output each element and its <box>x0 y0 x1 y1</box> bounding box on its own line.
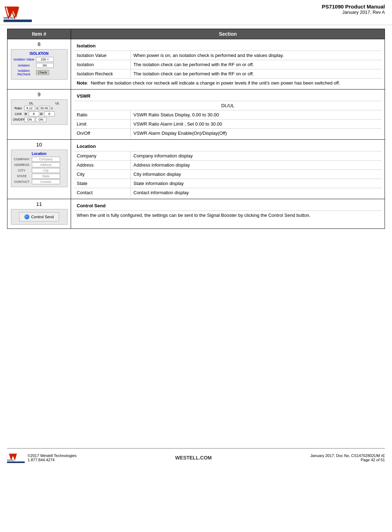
location-inner-table: Location Company Company information dis… <box>74 141 382 197</box>
loc-city-input[interactable]: City <box>32 168 60 173</box>
loc-city-label-cell: City <box>74 170 130 179</box>
item-number-10: 10 <box>10 141 68 148</box>
table-row: 8 ISOLATION Isolation Value 105 + Isolat… <box>7 39 385 89</box>
isolation-panel: ISOLATION Isolation Value 105 + Isolatio… <box>11 49 68 80</box>
item-number-8: 8 <box>10 41 68 47</box>
location-panel-title: Location <box>13 152 65 156</box>
item-9-cell: 9 DL UL Ratio 8.12 :1 30.00 :1 <box>7 89 71 140</box>
footer-page: Page 42 of 51 <box>310 458 385 462</box>
location-panel: Location COMPANY Company ADDRESS Address… <box>11 150 68 187</box>
vswr-onoff-label-cell: On/Off <box>74 129 130 138</box>
loc-state-label: STATE <box>13 174 31 178</box>
check-button[interactable]: Check <box>36 70 49 75</box>
item-8-cell: 8 ISOLATION Isolation Value 105 + Isolat… <box>7 39 71 89</box>
isolation-panel-title: ISOLATION <box>13 52 65 56</box>
vswr-limit-desc-row: Limit VSWR Ratio Alarm Limit , Set 0.00 … <box>74 120 382 129</box>
dlul-row: DL/UL <box>74 101 382 110</box>
vswr-header-row: DL UL <box>13 102 65 105</box>
control-send-icon <box>24 214 29 219</box>
vswr-panel: DL UL Ratio 8.12 :1 30.00 :1 Limit ⊞ <box>11 99 68 125</box>
loc-state-row: STATE State <box>13 174 65 179</box>
isolation-row-desc: The isolation check can be performed wit… <box>130 60 382 69</box>
vswr-onoff-ul[interactable]: ON <box>36 117 46 122</box>
control-send-title-row: Control Send <box>74 201 382 211</box>
vswr-limit-row: Limit ⊞ 8 ⊞ 8 <box>13 111 65 116</box>
control-send-inner-table: Control Send When the unit is fully conf… <box>74 201 382 220</box>
isolation-section-title: Isolation <box>74 41 382 51</box>
loc-address-desc: Address information display <box>130 161 382 170</box>
dlul-header: DL/UL <box>74 101 382 110</box>
vswr-limit-ul[interactable]: 8 <box>44 111 55 116</box>
vswr-ratio-dl[interactable]: 8.12 <box>24 106 35 111</box>
loc-company-label-cell: Company <box>74 151 130 161</box>
vswr-inner-table: VSWR DL/UL Ratio VSWR Ratio Status Displ… <box>74 91 382 138</box>
vswr-title-row: VSWR <box>74 91 382 101</box>
svg-marker-4 <box>9 453 17 460</box>
location-title-row: Location <box>74 141 382 151</box>
table-row: 10 Location COMPANY Company ADDRESS Addr… <box>7 140 385 199</box>
loc-company-input[interactable]: Company <box>32 157 60 162</box>
control-send-desc: When the unit is fully configured, the s… <box>74 211 382 220</box>
logo-area: WESTELL <box>4 4 32 23</box>
vswr-section-title: VSWR <box>74 91 382 101</box>
vswr-limit-dl[interactable]: 8 <box>29 111 39 116</box>
section-11-content: Control Send When the unit is fully conf… <box>71 199 385 229</box>
isolation-title-row: Isolation <box>74 41 382 51</box>
vswr-ratio-ul[interactable]: 30.00 <box>39 106 49 111</box>
svg-text:WESTELL: WESTELL <box>4 17 16 20</box>
col-item-header: Item # <box>7 29 71 39</box>
loc-address-input[interactable]: Address <box>32 162 60 167</box>
loc-address-desc-row: Address Address information display <box>74 161 382 170</box>
isolation-recheck-row: Isolation ReCheck Check <box>13 69 65 76</box>
vswr-ratio-label: Ratio <box>13 106 24 110</box>
item-number-11: 11 <box>10 201 68 207</box>
section-8-content: Isolation Isolation Value When power is … <box>71 39 385 89</box>
svg-rect-2 <box>4 19 32 22</box>
isolation-recheck-label: Isolation ReCheck <box>13 69 35 76</box>
isolation-row-label: Isolation <box>74 60 130 69</box>
loc-contact-label-cell: Contact <box>74 188 130 197</box>
loc-contact-input[interactable]: Contact <box>32 179 60 184</box>
isolation-value-row-desc: When power is on, an isolation check is … <box>130 51 382 60</box>
vswr-limit-desc: VSWR Ratio Alarm Limit , Set 0.00 to 30.… <box>130 120 382 129</box>
loc-state-label-cell: State <box>74 179 130 188</box>
loc-company-desc: Company information display <box>130 151 382 161</box>
vswr-onoff-row: ON/OFF ON ON <box>13 117 65 122</box>
page-header: WESTELL PS71090 Product Manual January 2… <box>0 0 392 25</box>
control-send-button[interactable]: Control Send <box>19 212 59 221</box>
isolation-value-input[interactable]: 105 + <box>36 57 54 62</box>
footer-logo: WESTELL <box>7 451 25 464</box>
header-subtitle: January 2017, Rev A <box>322 10 385 15</box>
loc-address-row: ADDRESS Address <box>13 162 65 167</box>
isolation-input[interactable]: 0N <box>36 63 54 68</box>
loc-state-desc-row: State State information display <box>74 179 382 188</box>
isolation-value-row: Isolation Value 105 + <box>13 57 65 62</box>
header-title-area: PS71090 Product Manual January 2017, Rev… <box>322 4 385 15</box>
loc-address-label: ADDRESS <box>13 163 31 167</box>
vswr-onoff-label: ON/OFF <box>13 118 24 121</box>
isolation-desc-row: Isolation The isolation check can be per… <box>74 60 382 69</box>
loc-state-input[interactable]: State <box>32 174 60 179</box>
control-send-panel: Control Send <box>11 209 68 225</box>
loc-company-desc-row: Company Company information display <box>74 151 382 161</box>
loc-contact-label: CONTACT <box>13 180 31 184</box>
main-content: Item # Section 8 ISOLATION Isolation Val… <box>0 25 392 232</box>
vswr-limit-label: Limit <box>13 112 24 116</box>
vswr-onoff-dl[interactable]: ON <box>24 117 35 122</box>
isolation-recheck-row-label: Isolation Recheck <box>74 69 130 79</box>
isolation-value-desc-row: Isolation Value When power is on, an iso… <box>74 51 382 60</box>
footer-copyright: ©2017 Westell Technologies <box>28 453 77 458</box>
vswr-ratio-desc: VSWR Ratio Status Display, 0.00 to 30.00 <box>130 110 382 120</box>
vswr-ul-header: UL <box>55 102 60 105</box>
vswr-onoff-desc-row: On/Off VSWR Alarm Display Enable(On)/Dis… <box>74 129 382 138</box>
loc-city-desc-row: City City information display <box>74 170 382 179</box>
section-9-content: VSWR DL/UL Ratio VSWR Ratio Status Displ… <box>71 89 385 140</box>
footer-center-website: WESTELL.COM <box>175 455 212 461</box>
section-10-content: Location Company Company information dis… <box>71 140 385 199</box>
control-send-desc-row: When the unit is fully configured, the s… <box>74 211 382 220</box>
main-table: Item # Section 8 ISOLATION Isolation Val… <box>7 29 385 229</box>
loc-contact-row: CONTACT Contact <box>13 179 65 184</box>
isolation-recheck-row-desc: The isolation check can be performed wit… <box>130 69 382 79</box>
col-section-header: Section <box>71 29 385 39</box>
header-title: PS71090 Product Manual <box>322 4 385 10</box>
